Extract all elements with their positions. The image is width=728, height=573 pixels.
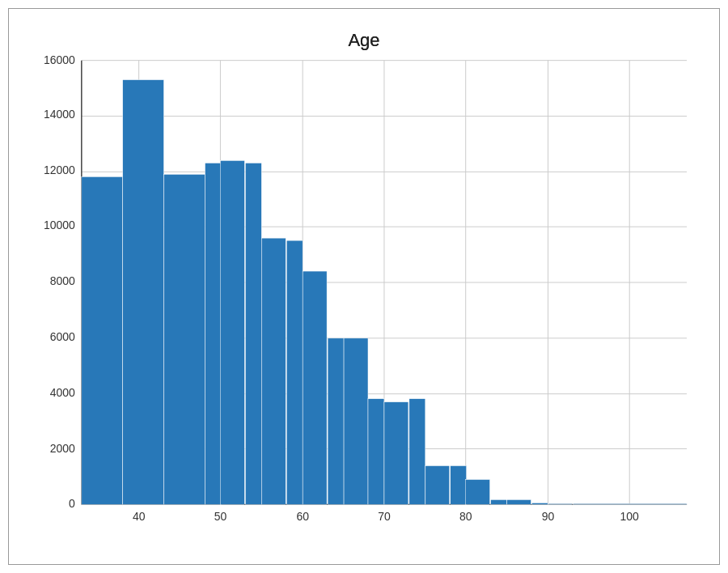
- bar-60-63: [303, 271, 327, 504]
- bar-55-58: [261, 238, 286, 504]
- bar-70-73: [384, 402, 408, 505]
- y-tick-12000: 12000: [44, 163, 75, 176]
- bar-90-93: [548, 503, 572, 504]
- chart-container: Age: [8, 8, 720, 565]
- x-tick-90: 90: [542, 510, 555, 523]
- bar-78-80: [451, 465, 467, 504]
- chart-title: Age: [348, 30, 379, 50]
- bar-33-38: [82, 176, 123, 504]
- bar-80-83: [466, 479, 490, 504]
- x-tick-60: 60: [296, 510, 309, 523]
- x-tick-80: 80: [459, 510, 472, 523]
- bar-68-70: [368, 399, 384, 505]
- bar-43-48: [164, 174, 205, 504]
- bar-85-88: [507, 499, 531, 504]
- x-tick-70: 70: [378, 510, 391, 523]
- y-tick-6000: 6000: [50, 330, 75, 343]
- y-tick-8000: 8000: [50, 274, 75, 287]
- x-tick-100: 100: [620, 510, 640, 523]
- bar-88-90: [532, 503, 548, 504]
- bar-73-75: [409, 399, 425, 505]
- y-tick-2000: 2000: [50, 442, 75, 455]
- y-tick-14000: 14000: [44, 108, 75, 121]
- x-tick-50: 50: [214, 510, 227, 523]
- bar-63-65: [328, 338, 344, 505]
- bar-83-85: [491, 499, 507, 504]
- y-tick-16000: 16000: [44, 53, 75, 66]
- bar-38-43: [123, 80, 164, 505]
- bar-93-107: [573, 503, 687, 504]
- bar-58-60: [286, 240, 303, 504]
- y-tick-4000: 4000: [50, 386, 75, 399]
- bar-75-78: [425, 465, 450, 504]
- y-tick-0: 0: [69, 497, 75, 510]
- bar-50-53: [220, 160, 244, 504]
- x-tick-40: 40: [133, 510, 146, 523]
- bar-53-55: [245, 163, 261, 504]
- y-tick-10000: 10000: [44, 219, 75, 231]
- bar-48-50: [205, 163, 221, 504]
- bar-65-68: [344, 338, 368, 505]
